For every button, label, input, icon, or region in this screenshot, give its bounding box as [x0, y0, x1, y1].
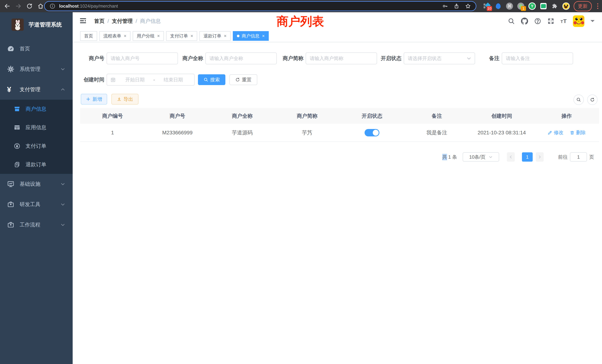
top-navbar: 首页 / 支付管理 / 商户信息 商户列表 TT	[73, 12, 602, 30]
edit-link[interactable]: 修改	[548, 129, 563, 136]
sidebar-item-app-info[interactable]: 应用信息	[0, 118, 73, 137]
cell-merchant-id: 1	[80, 130, 145, 136]
refresh-button[interactable]	[587, 95, 598, 105]
sidebar-item-dev-tools[interactable]: 研发工具	[0, 194, 73, 215]
app-logo-rabbit-icon	[11, 19, 24, 31]
extension-badge: 10	[487, 6, 492, 11]
caret-down-icon[interactable]	[591, 20, 595, 24]
user-avatar[interactable]	[573, 15, 584, 27]
dashboard-icon	[7, 45, 14, 53]
fullscreen-icon[interactable]	[547, 18, 554, 25]
col-full-name: 商户全称	[210, 113, 275, 119]
profile-emoji-icon[interactable]	[562, 2, 570, 10]
hide-search-button[interactable]	[573, 95, 584, 105]
password-key-icon[interactable]	[442, 3, 448, 9]
table-header: 商户编号 商户号 商户全称 商户简称 开启状态 备注 创建时间 操作	[80, 108, 599, 124]
goto-label: 前往	[558, 154, 568, 160]
browser-menu-icon[interactable]	[596, 3, 600, 9]
navbar-actions: TT	[508, 12, 595, 30]
extensions-puzzle-icon[interactable]	[551, 2, 559, 10]
tab-user-group[interactable]: 用户分组×	[133, 31, 164, 41]
close-icon[interactable]: ×	[262, 33, 265, 39]
extension-badge: 1	[521, 6, 526, 11]
breadcrumb-home[interactable]: 首页	[94, 18, 105, 25]
add-button[interactable]: 新增	[81, 94, 107, 105]
reset-button[interactable]: 重置	[229, 74, 257, 85]
github-icon[interactable]	[521, 18, 528, 25]
delete-link[interactable]: 删除	[570, 129, 586, 136]
close-icon[interactable]: ×	[157, 33, 160, 39]
col-merchant-id: 商户编号	[80, 113, 145, 119]
share-icon[interactable]	[453, 3, 460, 9]
tab-home[interactable]: 首页	[80, 31, 97, 41]
extension-grid-diamond-icon[interactable]: 10	[483, 2, 491, 10]
full-name-input[interactable]	[205, 53, 277, 64]
chevron-down-icon	[466, 56, 471, 61]
tab-pay-order[interactable]: 支付订单×	[166, 31, 197, 41]
search-icon[interactable]	[508, 18, 515, 25]
bookmark-star-icon[interactable]	[465, 3, 471, 9]
close-icon[interactable]: ×	[191, 33, 193, 39]
yen-circle-icon	[14, 143, 20, 149]
sidebar-item-home[interactable]: 首页	[0, 39, 73, 59]
filter-row-1: 商户号 商户全称 商户简称 开启状态 请选择开启状态 备注	[80, 53, 573, 64]
remark-input[interactable]	[502, 53, 573, 64]
short-name-label: 商户简称	[281, 55, 303, 62]
current-page[interactable]: 1	[522, 152, 533, 162]
chevron-up-icon	[60, 87, 65, 92]
browser-reload-icon[interactable]	[26, 3, 33, 9]
sidebar-item-workflow[interactable]: 工作流程	[0, 215, 73, 235]
search-button[interactable]: 搜索	[198, 74, 225, 85]
page-info-icon[interactable]	[50, 3, 55, 9]
chevron-down-icon	[60, 182, 65, 186]
main-content: 首页 / 支付管理 / 商户信息 商户列表 TT	[73, 12, 602, 364]
cell-create-time: 2021-10-23 08:31:14	[469, 130, 534, 136]
goto-page-input[interactable]	[570, 152, 587, 162]
url-bar[interactable]: localhost:1024/pay/merchant	[44, 1, 476, 11]
font-size-icon[interactable]: TT	[560, 18, 567, 24]
breadcrumb-payment[interactable]: 支付管理	[112, 18, 133, 25]
page-size-select[interactable]: 10条/页	[463, 152, 499, 162]
close-icon[interactable]: ×	[224, 33, 226, 39]
tab-process-form[interactable]: 流程表单×	[99, 31, 130, 41]
url-path: :1024/pay/merchant	[79, 3, 118, 9]
extension-status-icon[interactable]: 1	[517, 2, 525, 10]
app-logo-row[interactable]: 芋道管理系统	[0, 12, 73, 33]
start-date-placeholder[interactable]: 开始日期	[117, 76, 152, 83]
extension-command-icon[interactable]: ⌘	[506, 2, 513, 10]
table-toolbar: 新增 导出	[81, 94, 139, 105]
export-button[interactable]: 导出	[111, 94, 139, 105]
full-name-label: 商户全称	[181, 55, 203, 62]
browser-back-icon[interactable]	[4, 3, 10, 9]
sidebar-item-system[interactable]: 系统管理	[0, 59, 73, 79]
tab-refund-order[interactable]: 退款订单×	[199, 31, 231, 41]
status-toggle-on[interactable]	[365, 129, 379, 136]
sidebar: 芋道管理系统 首页 系统管理 ¥ 支付管理	[0, 12, 73, 364]
end-date-placeholder[interactable]: 结束日期	[156, 76, 191, 83]
sidebar-item-infrastructure[interactable]: 基础设施	[0, 174, 73, 194]
grid-icon	[14, 124, 20, 131]
col-short-name: 商户简称	[275, 113, 340, 119]
sidebar-item-pay-order[interactable]: 支付订单	[0, 137, 73, 155]
sidebar-menu: 首页 系统管理 ¥ 支付管理 商户信息	[0, 39, 73, 235]
sidebar-item-merchant-info[interactable]: 商户信息	[0, 100, 73, 118]
merchant-no-input[interactable]	[107, 53, 178, 64]
status-select[interactable]: 请选择开启状态	[404, 53, 475, 64]
sidebar-item-payment[interactable]: ¥ 支付管理	[0, 79, 73, 100]
create-time-range-picker[interactable]: 开始日期 - 结束日期	[107, 74, 195, 86]
extension-y-icon[interactable]: Y	[528, 2, 536, 10]
help-icon[interactable]	[534, 18, 541, 25]
close-icon[interactable]: ×	[124, 33, 126, 39]
browser-home-icon[interactable]	[37, 3, 44, 9]
sidebar-item-refund-order[interactable]: 退款订单	[0, 155, 73, 174]
short-name-input[interactable]	[306, 53, 377, 64]
browser-forward-icon[interactable]	[15, 3, 22, 9]
extension-balloon-icon[interactable]	[494, 2, 502, 10]
col-status: 开启状态	[340, 113, 404, 119]
extension-chat-icon[interactable]	[540, 2, 547, 10]
tab-merchant-info[interactable]: 商户信息×	[233, 31, 269, 41]
browser-update-button[interactable]: 更新	[574, 1, 592, 11]
sidebar-collapse-icon[interactable]	[79, 17, 87, 24]
next-page-button[interactable]	[536, 152, 544, 162]
prev-page-button[interactable]	[507, 152, 515, 162]
